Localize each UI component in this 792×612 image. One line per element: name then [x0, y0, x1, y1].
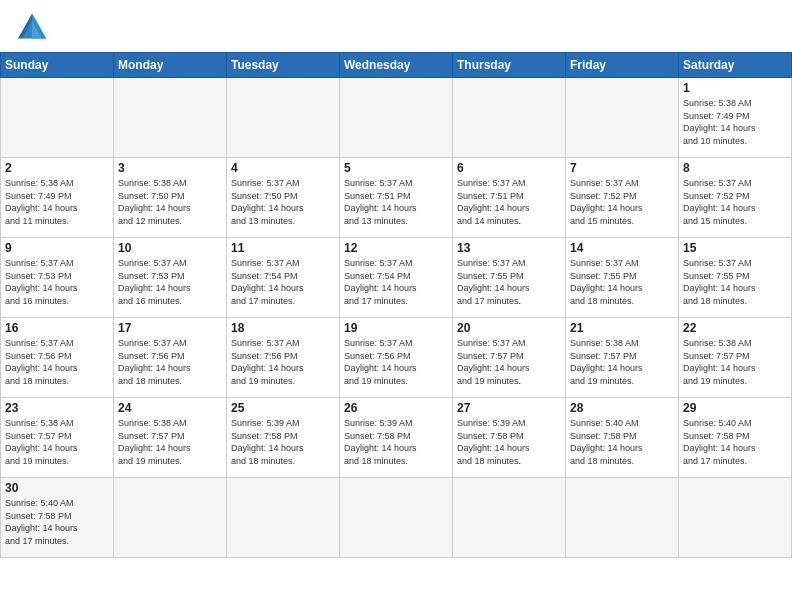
day-info: Sunrise: 5:37 AM Sunset: 7:57 PM Dayligh… [457, 337, 561, 387]
calendar-cell [227, 78, 340, 158]
calendar-header-monday: Monday [114, 53, 227, 78]
calendar-cell: 5Sunrise: 5:37 AM Sunset: 7:51 PM Daylig… [340, 158, 453, 238]
calendar-cell: 23Sunrise: 5:38 AM Sunset: 7:57 PM Dayli… [1, 398, 114, 478]
calendar-cell [453, 478, 566, 558]
day-info: Sunrise: 5:38 AM Sunset: 7:49 PM Dayligh… [5, 177, 109, 227]
day-info: Sunrise: 5:37 AM Sunset: 7:56 PM Dayligh… [231, 337, 335, 387]
calendar-week-6: 30Sunrise: 5:40 AM Sunset: 7:58 PM Dayli… [1, 478, 792, 558]
calendar-cell: 19Sunrise: 5:37 AM Sunset: 7:56 PM Dayli… [340, 318, 453, 398]
day-info: Sunrise: 5:37 AM Sunset: 7:56 PM Dayligh… [344, 337, 448, 387]
calendar-week-4: 16Sunrise: 5:37 AM Sunset: 7:56 PM Dayli… [1, 318, 792, 398]
calendar-cell: 16Sunrise: 5:37 AM Sunset: 7:56 PM Dayli… [1, 318, 114, 398]
calendar-cell: 1Sunrise: 5:38 AM Sunset: 7:49 PM Daylig… [679, 78, 792, 158]
calendar-week-5: 23Sunrise: 5:38 AM Sunset: 7:57 PM Dayli… [1, 398, 792, 478]
day-number: 2 [5, 161, 109, 175]
day-number: 13 [457, 241, 561, 255]
day-number: 15 [683, 241, 787, 255]
logo-icon [16, 12, 48, 40]
day-number: 19 [344, 321, 448, 335]
calendar-cell: 17Sunrise: 5:37 AM Sunset: 7:56 PM Dayli… [114, 318, 227, 398]
calendar-cell: 2Sunrise: 5:38 AM Sunset: 7:49 PM Daylig… [1, 158, 114, 238]
calendar-cell: 22Sunrise: 5:38 AM Sunset: 7:57 PM Dayli… [679, 318, 792, 398]
day-number: 21 [570, 321, 674, 335]
calendar-cell: 4Sunrise: 5:37 AM Sunset: 7:50 PM Daylig… [227, 158, 340, 238]
day-info: Sunrise: 5:37 AM Sunset: 7:54 PM Dayligh… [344, 257, 448, 307]
day-number: 3 [118, 161, 222, 175]
day-info: Sunrise: 5:37 AM Sunset: 7:53 PM Dayligh… [5, 257, 109, 307]
day-info: Sunrise: 5:39 AM Sunset: 7:58 PM Dayligh… [231, 417, 335, 467]
day-number: 1 [683, 81, 787, 95]
calendar-cell: 6Sunrise: 5:37 AM Sunset: 7:51 PM Daylig… [453, 158, 566, 238]
day-number: 22 [683, 321, 787, 335]
calendar-header-friday: Friday [566, 53, 679, 78]
calendar-cell: 20Sunrise: 5:37 AM Sunset: 7:57 PM Dayli… [453, 318, 566, 398]
calendar-cell [679, 478, 792, 558]
day-number: 14 [570, 241, 674, 255]
day-info: Sunrise: 5:38 AM Sunset: 7:50 PM Dayligh… [118, 177, 222, 227]
day-number: 11 [231, 241, 335, 255]
day-info: Sunrise: 5:37 AM Sunset: 7:55 PM Dayligh… [570, 257, 674, 307]
calendar-cell [1, 78, 114, 158]
day-info: Sunrise: 5:37 AM Sunset: 7:51 PM Dayligh… [457, 177, 561, 227]
calendar-header-thursday: Thursday [453, 53, 566, 78]
calendar-cell: 30Sunrise: 5:40 AM Sunset: 7:58 PM Dayli… [1, 478, 114, 558]
day-info: Sunrise: 5:39 AM Sunset: 7:58 PM Dayligh… [344, 417, 448, 467]
calendar-cell: 18Sunrise: 5:37 AM Sunset: 7:56 PM Dayli… [227, 318, 340, 398]
calendar-cell: 13Sunrise: 5:37 AM Sunset: 7:55 PM Dayli… [453, 238, 566, 318]
calendar-cell: 15Sunrise: 5:37 AM Sunset: 7:55 PM Dayli… [679, 238, 792, 318]
day-number: 6 [457, 161, 561, 175]
calendar-header-saturday: Saturday [679, 53, 792, 78]
calendar-cell [566, 478, 679, 558]
logo [16, 12, 52, 40]
day-info: Sunrise: 5:37 AM Sunset: 7:55 PM Dayligh… [683, 257, 787, 307]
day-number: 16 [5, 321, 109, 335]
day-info: Sunrise: 5:37 AM Sunset: 7:54 PM Dayligh… [231, 257, 335, 307]
calendar-cell [566, 78, 679, 158]
calendar-cell [114, 78, 227, 158]
calendar-header-row: SundayMondayTuesdayWednesdayThursdayFrid… [1, 53, 792, 78]
day-info: Sunrise: 5:38 AM Sunset: 7:57 PM Dayligh… [118, 417, 222, 467]
calendar-cell: 24Sunrise: 5:38 AM Sunset: 7:57 PM Dayli… [114, 398, 227, 478]
page: SundayMondayTuesdayWednesdayThursdayFrid… [0, 0, 792, 612]
day-info: Sunrise: 5:40 AM Sunset: 7:58 PM Dayligh… [683, 417, 787, 467]
calendar-cell: 11Sunrise: 5:37 AM Sunset: 7:54 PM Dayli… [227, 238, 340, 318]
calendar-cell: 29Sunrise: 5:40 AM Sunset: 7:58 PM Dayli… [679, 398, 792, 478]
calendar-cell: 26Sunrise: 5:39 AM Sunset: 7:58 PM Dayli… [340, 398, 453, 478]
calendar-cell [453, 78, 566, 158]
day-number: 24 [118, 401, 222, 415]
calendar-cell [340, 478, 453, 558]
day-info: Sunrise: 5:40 AM Sunset: 7:58 PM Dayligh… [570, 417, 674, 467]
calendar-week-3: 9Sunrise: 5:37 AM Sunset: 7:53 PM Daylig… [1, 238, 792, 318]
day-number: 26 [344, 401, 448, 415]
calendar-cell: 8Sunrise: 5:37 AM Sunset: 7:52 PM Daylig… [679, 158, 792, 238]
calendar-cell: 10Sunrise: 5:37 AM Sunset: 7:53 PM Dayli… [114, 238, 227, 318]
day-info: Sunrise: 5:37 AM Sunset: 7:52 PM Dayligh… [570, 177, 674, 227]
calendar-week-2: 2Sunrise: 5:38 AM Sunset: 7:49 PM Daylig… [1, 158, 792, 238]
calendar-cell [340, 78, 453, 158]
day-number: 18 [231, 321, 335, 335]
day-number: 4 [231, 161, 335, 175]
day-number: 7 [570, 161, 674, 175]
calendar-header-sunday: Sunday [1, 53, 114, 78]
day-number: 28 [570, 401, 674, 415]
calendar-week-1: 1Sunrise: 5:38 AM Sunset: 7:49 PM Daylig… [1, 78, 792, 158]
day-number: 20 [457, 321, 561, 335]
calendar-cell: 21Sunrise: 5:38 AM Sunset: 7:57 PM Dayli… [566, 318, 679, 398]
day-number: 23 [5, 401, 109, 415]
day-info: Sunrise: 5:37 AM Sunset: 7:56 PM Dayligh… [5, 337, 109, 387]
header [0, 0, 792, 48]
day-number: 30 [5, 481, 109, 495]
day-info: Sunrise: 5:37 AM Sunset: 7:53 PM Dayligh… [118, 257, 222, 307]
day-number: 5 [344, 161, 448, 175]
day-info: Sunrise: 5:39 AM Sunset: 7:58 PM Dayligh… [457, 417, 561, 467]
day-info: Sunrise: 5:37 AM Sunset: 7:50 PM Dayligh… [231, 177, 335, 227]
calendar-cell: 14Sunrise: 5:37 AM Sunset: 7:55 PM Dayli… [566, 238, 679, 318]
day-info: Sunrise: 5:38 AM Sunset: 7:49 PM Dayligh… [683, 97, 787, 147]
day-info: Sunrise: 5:40 AM Sunset: 7:58 PM Dayligh… [5, 497, 109, 547]
day-info: Sunrise: 5:37 AM Sunset: 7:55 PM Dayligh… [457, 257, 561, 307]
calendar-cell: 3Sunrise: 5:38 AM Sunset: 7:50 PM Daylig… [114, 158, 227, 238]
calendar-cell [114, 478, 227, 558]
day-info: Sunrise: 5:37 AM Sunset: 7:56 PM Dayligh… [118, 337, 222, 387]
day-info: Sunrise: 5:37 AM Sunset: 7:51 PM Dayligh… [344, 177, 448, 227]
day-info: Sunrise: 5:38 AM Sunset: 7:57 PM Dayligh… [570, 337, 674, 387]
